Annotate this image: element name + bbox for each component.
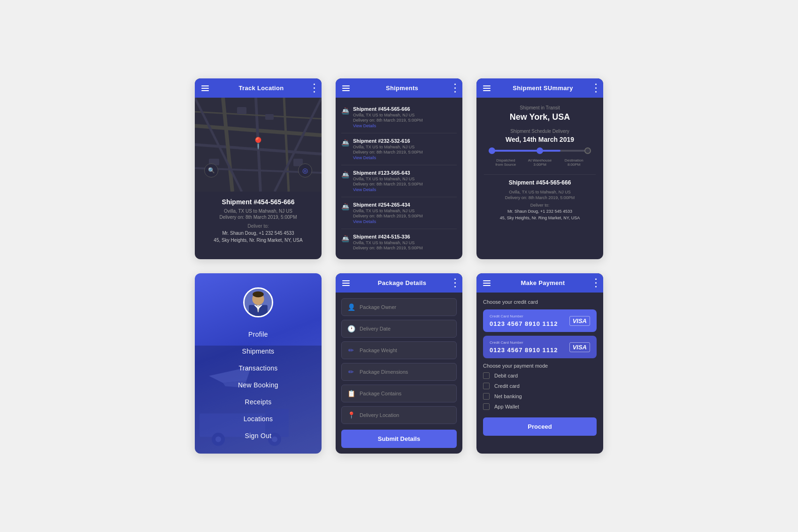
summary-delivery: Delivery on: 8th March 2019, 5:00PM: [484, 195, 596, 200]
app-wallet-option[interactable]: App Wallet: [483, 403, 597, 410]
package-dimensions-label: Package Dimensions: [360, 369, 408, 375]
ship-id-3: Shipment #123-565-643: [353, 170, 457, 176]
credit-card-section-label: Choose your credit card: [483, 299, 597, 305]
summary-route: Ovilla, TX US to Mahwah, NJ US: [484, 190, 596, 194]
menu-sign-out[interactable]: Sign Out: [204, 428, 312, 443]
ship-view-4[interactable]: View Details: [353, 219, 457, 224]
track-delivery: Delivery on: 8th March 2019, 5:00PM: [201, 215, 315, 220]
ship-view-2[interactable]: View Details: [353, 155, 457, 160]
submit-details-button[interactable]: Submit Details: [341, 430, 457, 448]
clock-icon: 🕐: [347, 325, 355, 332]
package-details-header: Package Details: [336, 273, 462, 293]
package-owner-label: Package Owner: [360, 304, 396, 310]
ship-delivery-2: Delivery on: 8th March 2019, 5:00PM: [353, 150, 457, 154]
zoom-out-btn[interactable]: 🔍: [204, 163, 218, 177]
track-shipment-id: Shipment #454-565-666: [201, 198, 315, 206]
progress-label-3: Destination8:00PM: [557, 158, 591, 167]
app-wallet-checkbox[interactable]: [483, 403, 490, 410]
summary-deliver-label: Deliver to:: [484, 203, 596, 208]
visa-logo-2: VISA: [569, 342, 590, 352]
track-info: Shipment #454-565-666 Ovilla, TX US to M…: [195, 192, 322, 250]
location-pin-icon: 📍: [251, 137, 265, 150]
package-dimensions-field[interactable]: ✏ Package Dimensions: [341, 363, 457, 381]
shipment-item-4[interactable]: 🚢 Shipment #254-265-434 Ovilla, TX US to…: [341, 197, 457, 229]
credit-card-2[interactable]: Credit Card Number 0123 4567 8910 1112 V…: [483, 336, 597, 358]
credit-card-option[interactable]: Credit card: [483, 383, 597, 389]
ship-icon-5: 🚢: [341, 235, 349, 242]
ship-view-1[interactable]: View Details: [353, 123, 457, 128]
ship-id-1: Shipment #454-565-666: [353, 106, 457, 112]
app-wallet-label: App Wallet: [494, 404, 519, 409]
delivery-date-field[interactable]: 🕐 Delivery Date: [341, 320, 457, 338]
ship-route-1: Ovilla, TX US to Mahwah, NJ US: [353, 113, 457, 117]
ship-delivery-1: Delivery on: 8th March 2019, 5:00PM: [353, 118, 457, 123]
summary-deliver-address: 45, Sky Heights, Nr. Ring Market, NY, US…: [484, 215, 596, 222]
menu-profile[interactable]: Profile: [204, 327, 312, 342]
weight-icon: ✏: [347, 347, 355, 354]
profile-card: Profile Shipments Transactions New Booki…: [195, 273, 322, 454]
track-location-card: Track Location: [195, 78, 322, 259]
hamburger-icon-3[interactable]: [483, 85, 491, 91]
shipment-item-3[interactable]: 🚢 Shipment #123-565-643 Ovilla, TX US to…: [341, 165, 457, 197]
more-icon-2[interactable]: [454, 83, 456, 93]
payment-title: Make Payment: [521, 279, 565, 286]
shipment-item-5[interactable]: 🚢 Shipment #424-515-336 Ovilla, TX US to…: [341, 229, 457, 255]
make-payment-card: Make Payment Choose your credit card Cre…: [476, 273, 603, 454]
track-location-title: Track Location: [239, 85, 284, 92]
debit-card-option[interactable]: Debit card: [483, 372, 597, 379]
debit-card-checkbox[interactable]: [483, 372, 490, 379]
net-banking-option[interactable]: Net banking: [483, 393, 597, 400]
progress-dot-2: [537, 147, 543, 154]
card-number-2: 0123 4567 8910 1112: [490, 347, 558, 354]
delivery-location-field[interactable]: 📍 Delivery Location: [341, 406, 457, 424]
package-weight-field[interactable]: ✏ Package Weight: [341, 341, 457, 359]
payment-header: Make Payment: [476, 273, 603, 293]
shipment-item-2[interactable]: 🚢 Shipment #232-532-616 Ovilla, TX US to…: [341, 133, 457, 165]
ship-icon-1: 🚢: [341, 107, 349, 115]
credit-card-checkbox[interactable]: [483, 383, 490, 389]
hamburger-icon[interactable]: [201, 85, 209, 91]
contains-icon: 📋: [347, 390, 355, 397]
svg-point-26: [253, 291, 264, 297]
schedule-label: Shipment Schedule Delivery: [484, 129, 596, 134]
payment-body: Choose your credit card Credit Card Numb…: [476, 293, 603, 442]
hamburger-icon-6[interactable]: [483, 280, 491, 286]
shipments-card: Shipments 🚢 Shipment #454-565-666 Ovilla…: [336, 78, 462, 259]
ship-route-4: Ovilla, TX US to Mahwah, NJ US: [353, 208, 457, 213]
menu-transactions[interactable]: Transactions: [204, 361, 312, 376]
more-icon[interactable]: [314, 83, 315, 93]
svg-rect-10: [237, 107, 246, 114]
ship-icon-2: 🚢: [341, 139, 349, 146]
ship-id-5: Shipment #424-515-336: [353, 234, 457, 239]
location-icon: 📍: [347, 411, 355, 419]
package-details-card: Package Details 👤 Package Owner 🕐 Delive…: [336, 273, 462, 454]
transit-label: Shipment in Transit: [484, 105, 596, 110]
hamburger-icon-5[interactable]: [342, 280, 350, 286]
dimensions-icon: ✏: [347, 368, 355, 376]
debit-card-label: Debit card: [494, 373, 518, 378]
ship-route-3: Ovilla, TX US to Mahwah, NJ US: [353, 177, 457, 181]
menu-receipts[interactable]: Receipts: [204, 394, 312, 409]
ship-view-3[interactable]: View Details: [353, 187, 457, 192]
current-location-btn[interactable]: ◎: [298, 163, 312, 177]
proceed-button[interactable]: Proceed: [483, 417, 597, 436]
payment-mode-label: Choose your payment mode: [483, 363, 597, 369]
summary-header: Shipment SUmmary: [476, 78, 603, 98]
menu-shipments[interactable]: Shipments: [204, 344, 312, 359]
package-weight-label: Package Weight: [360, 347, 397, 353]
menu-list: Profile Shipments Transactions New Booki…: [204, 327, 312, 443]
net-banking-checkbox[interactable]: [483, 393, 490, 400]
hamburger-icon-2[interactable]: [342, 85, 350, 91]
shipments-list: 🚢 Shipment #454-565-666 Ovilla, TX US to…: [336, 98, 462, 259]
package-details-title: Package Details: [378, 279, 427, 286]
more-icon-6[interactable]: [595, 278, 597, 288]
package-contains-field[interactable]: 📋 Package Contains: [341, 385, 457, 402]
more-icon-3[interactable]: [595, 83, 597, 93]
more-icon-5[interactable]: [454, 278, 456, 288]
summary-date: Wed, 14th March 2019: [484, 136, 596, 143]
menu-locations[interactable]: Locations: [204, 411, 312, 426]
credit-card-1[interactable]: Credit Card Number 0123 4567 8910 1112 V…: [483, 309, 597, 332]
menu-new-booking[interactable]: New Booking: [204, 378, 312, 393]
shipment-item-1[interactable]: 🚢 Shipment #454-565-666 Ovilla, TX US to…: [341, 101, 457, 133]
package-owner-field[interactable]: 👤 Package Owner: [341, 298, 457, 316]
